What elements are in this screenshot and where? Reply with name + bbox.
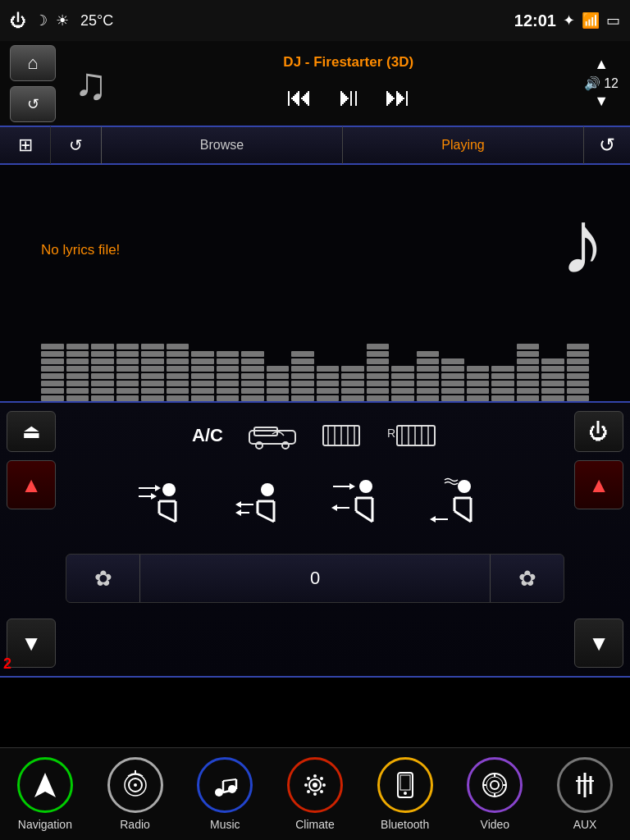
climate-eject-button[interactable]: ⏏ [7, 411, 56, 452]
svg-point-55 [134, 783, 137, 787]
fan-decrease-button[interactable]: ✿ [66, 554, 140, 603]
eq-segment [567, 381, 590, 386]
eq-segment [41, 351, 64, 357]
svg-marker-51 [34, 773, 56, 797]
recirculation-icon[interactable] [248, 421, 297, 450]
fan-increase-button[interactable]: ✿ [490, 554, 564, 603]
temp-down-right-button[interactable]: ▼ [574, 619, 623, 668]
eq-segment [417, 388, 440, 394]
eq-segment [567, 366, 590, 372]
eq-segment [116, 381, 139, 386]
eq-segment [167, 358, 189, 364]
nav-item-aux[interactable]: AUX [557, 757, 613, 831]
eq-segment [317, 366, 340, 372]
eq-segment [141, 351, 164, 357]
face-body-vent-button[interactable] [323, 472, 405, 546]
eq-segment [41, 388, 64, 394]
aux-icon [569, 769, 600, 801]
eq-segment [141, 344, 164, 349]
nav-label-video: Video [481, 818, 510, 831]
nav-item-navigation[interactable]: Navigation [17, 757, 73, 831]
eq-segment [217, 388, 240, 394]
down-arrow-right-icon: ▼ [588, 631, 609, 656]
svg-point-44 [458, 480, 471, 493]
eq-segment [467, 381, 490, 386]
eq-segment [367, 366, 390, 372]
eq-bar-group [391, 366, 414, 401]
temp-up-left-button[interactable]: ▲ [7, 460, 56, 509]
eq-segment [317, 395, 340, 401]
playing-label: Playing [441, 138, 484, 153]
toolbar-back-icon: ↺ [599, 134, 615, 157]
screen-icon: ▭ [606, 11, 620, 30]
rear-vent-icon[interactable]: R [386, 419, 438, 452]
eq-segment [41, 344, 64, 349]
fan-increase-icon: ✿ [518, 566, 536, 591]
music-note-icon: ♪ [560, 189, 605, 294]
eq-segment [217, 373, 240, 379]
eq-segment [91, 358, 114, 364]
prev-track-button[interactable]: ⏮ [286, 82, 313, 112]
volume-display: 🔊 12 [584, 75, 619, 91]
eq-segment [441, 373, 464, 379]
music-icon [209, 769, 240, 801]
eq-bar-group [66, 344, 89, 401]
nav-item-climate[interactable]: Climate [287, 757, 343, 831]
nav-item-video[interactable]: Video [467, 757, 523, 831]
eq-segment [116, 358, 139, 364]
eq-segment [267, 373, 290, 379]
top-controls: ⌂ ↺ ♫ DJ - Firestarter (3D) ⏮ ⏯ ⏭ ▲ 🔊 12… [0, 41, 630, 127]
temp-up-right-button[interactable]: ▲ [574, 460, 623, 509]
floor-vent-button[interactable] [422, 472, 504, 546]
body-vent-button[interactable] [225, 472, 307, 546]
eq-bar-group [267, 366, 290, 401]
eq-bar-group [341, 366, 364, 401]
nav-label-aux: AUX [573, 818, 597, 831]
eq-segment [567, 373, 590, 379]
svg-point-70 [307, 790, 310, 793]
eq-segment [517, 344, 540, 349]
eq-segment [441, 358, 464, 364]
eq-bar-group [441, 358, 464, 401]
nav-circle-music [197, 757, 253, 813]
back-button[interactable]: ↺ [10, 86, 56, 122]
eq-segment [191, 366, 214, 372]
eq-bar-group [567, 344, 590, 401]
face-vent-svg [135, 477, 200, 542]
bluetooth-phone-icon [390, 769, 421, 801]
eq-segment [241, 388, 264, 394]
eq-segment [141, 395, 164, 401]
volume-down-button[interactable]: ▼ [594, 93, 609, 111]
toolbar-back-button[interactable]: ↺ [584, 126, 630, 164]
eq-segment [491, 373, 514, 379]
nav-item-music[interactable]: Music [197, 757, 253, 831]
next-track-button[interactable]: ⏭ [385, 82, 411, 112]
temp-down-left-button[interactable]: ▼ [7, 619, 56, 668]
eq-segment [441, 381, 464, 386]
eq-segment [141, 373, 164, 379]
no-lyrics-text: No lyrics file! [41, 242, 120, 258]
nav-item-bluetooth[interactable]: Bluetooth [377, 757, 433, 831]
eq-segment [541, 381, 564, 386]
nav-item-radio[interactable]: Radio [107, 757, 163, 831]
svg-point-71 [313, 783, 317, 788]
playing-tab[interactable]: Playing [343, 126, 584, 164]
climate-power-button[interactable]: ⏻ [574, 411, 623, 452]
eq-segment [541, 388, 564, 394]
face-vent-button[interactable] [126, 472, 208, 546]
eq-bar-group [317, 366, 340, 401]
front-vent-icon[interactable] [322, 419, 361, 452]
volume-up-button[interactable]: ▲ [594, 56, 609, 74]
vent-direction-row [66, 468, 564, 550]
transport-controls: ⏮ ⏯ ⏭ [286, 82, 411, 112]
equalizer-button[interactable]: ⊞ [0, 126, 51, 164]
eq-segment [167, 344, 189, 349]
play-pause-button[interactable]: ⏯ [336, 82, 362, 112]
svg-line-21 [159, 514, 176, 522]
browse-tab[interactable]: Browse [102, 126, 343, 164]
eq-segment [291, 395, 314, 401]
eq-segment [391, 395, 414, 401]
navigation-icon [30, 769, 61, 801]
repeat-button[interactable]: ↺ [51, 126, 102, 164]
home-button[interactable]: ⌂ [10, 45, 56, 81]
